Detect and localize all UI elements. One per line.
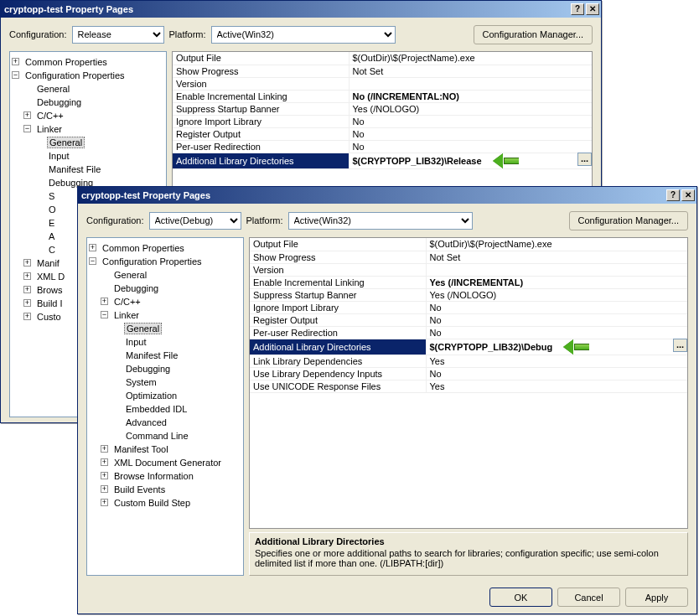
tree-item[interactable]: S [47, 191, 56, 201]
expand-icon[interactable]: + [23, 286, 31, 293]
collapse-icon[interactable]: − [89, 257, 96, 265]
tree-linker-system[interactable]: System [124, 377, 158, 387]
prop-row: Register OutputNo [173, 127, 592, 140]
tree-build-events[interactable]: Build Events [112, 484, 167, 494]
expand-icon[interactable]: + [23, 259, 31, 267]
arrow-callout-icon [494, 153, 519, 168]
tree-configuration-properties[interactable]: Configuration Properties [23, 70, 127, 80]
tree-linker-manifest-file[interactable]: Manifest File [47, 164, 102, 174]
ok-button[interactable]: OK [489, 588, 552, 607]
tree-linker[interactable]: Linker [35, 124, 64, 134]
tree-ccpp[interactable]: C/C++ [112, 297, 142, 307]
tree-linker-optimization[interactable]: Optimization [124, 391, 179, 401]
tree-xml-doc[interactable]: XML Document Generator [112, 458, 223, 468]
tree-general[interactable]: General [35, 84, 71, 94]
tree-configuration-properties[interactable]: Configuration Properties [101, 256, 204, 267]
tree-item[interactable]: Manif [35, 258, 61, 268]
config-toolbar: Configuration: Release Platform: Active(… [1, 18, 601, 51]
expand-icon[interactable]: + [101, 472, 108, 479]
tree-item[interactable]: C [47, 245, 57, 255]
window-title: cryptopp-test Property Pages [81, 190, 665, 200]
expand-icon[interactable]: + [101, 485, 108, 493]
tree-item[interactable]: Custo [35, 312, 63, 322]
tree-common-properties[interactable]: Common Properties [101, 243, 186, 253]
help-icon[interactable]: ? [571, 3, 584, 15]
expand-icon[interactable]: + [23, 313, 31, 320]
tree-linker-input[interactable]: Input [47, 151, 70, 161]
description-text: Specifies one or more additional paths t… [255, 548, 682, 568]
expand-icon[interactable]: + [23, 272, 31, 280]
tree-linker-manifest-file[interactable]: Manifest File [124, 350, 179, 360]
close-icon[interactable]: ✕ [681, 189, 695, 201]
configuration-manager-button[interactable]: Configuration Manager... [474, 25, 593, 44]
tree-ccpp[interactable]: C/C++ [35, 111, 65, 121]
configuration-select[interactable]: Release [72, 26, 164, 44]
tree-custom-build[interactable]: Custom Build Step [112, 498, 192, 508]
close-icon[interactable]: ✕ [586, 3, 599, 15]
expand-icon[interactable]: + [101, 458, 108, 466]
tree-linker-cmdline[interactable]: Command Line [124, 431, 190, 441]
platform-label: Platform: [169, 29, 206, 39]
platform-label: Platform: [246, 215, 283, 225]
expand-icon[interactable]: + [89, 244, 96, 251]
prop-row: Version [250, 263, 687, 276]
collapse-icon[interactable]: − [23, 125, 31, 132]
prop-row-selected: Additional Library Directories $(CRYPTOP… [250, 339, 687, 355]
dialog-buttons: OK Cancel Apply [78, 581, 696, 613]
prop-row: Use UNICODE Response FilesYes [250, 380, 687, 392]
tree-common-properties[interactable]: Common Properties [23, 57, 109, 67]
expand-icon[interactable]: + [101, 445, 108, 453]
help-icon[interactable]: ? [666, 189, 680, 201]
tree-item[interactable]: A [47, 231, 56, 241]
titlebar[interactable]: cryptopp-test Property Pages ? ✕ [78, 187, 696, 204]
tree-linker-general[interactable]: General [124, 323, 162, 334]
configuration-label: Configuration: [9, 29, 67, 39]
expand-icon[interactable]: + [101, 499, 108, 506]
apply-button[interactable]: Apply [625, 588, 688, 607]
prop-row: Ignore Import LibraryNo [250, 301, 687, 313]
platform-select[interactable]: Active(Win32) [211, 26, 396, 44]
tree-linker[interactable]: Linker [112, 310, 141, 320]
platform-select[interactable]: Active(Win32) [288, 212, 473, 230]
property-pages-window-debug: cryptopp-test Property Pages ? ✕ Configu… [77, 186, 697, 614]
property-grid[interactable]: Output File$(OutDir)\$(ProjectName).exe … [249, 237, 688, 529]
tree-manifest-tool[interactable]: Manifest Tool [112, 444, 170, 454]
tree-debugging[interactable]: Debugging [112, 283, 160, 293]
prop-row: Per-user RedirectionNo [173, 140, 592, 153]
configuration-manager-button[interactable]: Configuration Manager... [569, 211, 688, 230]
collapse-icon[interactable]: − [12, 71, 19, 79]
ellipsis-button[interactable]: ... [673, 339, 687, 352]
prop-row: Link Library DependenciesYes [250, 355, 687, 367]
tree-linker-embedded-idl[interactable]: Embedded IDL [124, 404, 189, 414]
tree-item[interactable]: O [47, 204, 58, 215]
ellipsis-button[interactable]: ... [577, 153, 592, 166]
tree-item[interactable]: Brows [35, 285, 65, 295]
prop-row: Show ProgressNot Set [250, 251, 687, 263]
tree-linker-general[interactable]: General [47, 137, 85, 148]
expand-icon[interactable]: + [101, 298, 108, 305]
expand-icon[interactable]: + [23, 299, 31, 307]
tree-linker-input[interactable]: Input [124, 337, 148, 347]
titlebar[interactable]: cryptopp-test Property Pages ? ✕ [1, 1, 601, 18]
tree-item[interactable]: E [47, 218, 56, 228]
tree-debugging[interactable]: Debugging [35, 97, 83, 107]
prop-row: Use Library Dependency InputsNo [250, 367, 687, 380]
prop-row: Suppress Startup BannerYes (/NOLOGO) [173, 102, 592, 115]
tree-item[interactable]: XML D [35, 272, 66, 282]
dialog-body: +Common Properties −Configuration Proper… [78, 237, 696, 581]
configuration-select[interactable]: Active(Debug) [149, 212, 241, 230]
tree-browse-info[interactable]: Browse Information [112, 471, 195, 481]
description-title: Additional Library Directories [255, 536, 682, 546]
prop-value: $(CRYPTOPP_LIB32)\Debug [430, 342, 553, 352]
tree-linker-debugging[interactable]: Debugging [124, 364, 172, 374]
collapse-icon[interactable]: − [101, 311, 108, 318]
tree-linker-advanced[interactable]: Advanced [124, 417, 168, 427]
tree-view[interactable]: +Common Properties −Configuration Proper… [86, 237, 244, 576]
tree-item[interactable]: Build I [35, 298, 65, 308]
expand-icon[interactable]: + [23, 111, 31, 119]
expand-icon[interactable]: + [12, 58, 19, 65]
cancel-button[interactable]: Cancel [557, 588, 620, 607]
prop-value: $(CRYPTOPP_LIB32)\Release [353, 156, 482, 166]
tree-general[interactable]: General [112, 270, 148, 280]
prop-row: Register OutputNo [250, 313, 687, 326]
